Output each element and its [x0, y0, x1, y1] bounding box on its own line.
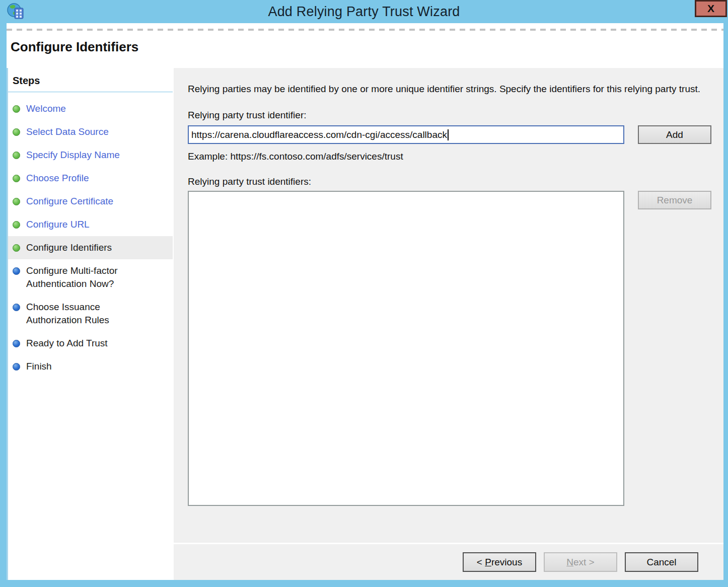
close-button[interactable]: X: [695, 0, 727, 17]
remove-button[interactable]: Remove: [638, 191, 711, 209]
step-status-icon: [13, 128, 20, 136]
step-item[interactable]: Select Data Source: [8, 120, 173, 143]
footer-bar: < Previous Next > Cancel: [174, 543, 723, 580]
example-text: Example: https://fs.contoso.com/adfs/ser…: [188, 151, 711, 162]
step-item[interactable]: Welcome: [8, 97, 173, 120]
content-panel: Relying parties may be identified by one…: [174, 68, 723, 543]
identifier-input-value: https://carena.cloudflareaccess.com/cdn-…: [191, 129, 447, 140]
step-item[interactable]: Specify Display Name: [8, 143, 173, 167]
step-label: Select Data Source: [26, 125, 109, 138]
step-label: Configure URL: [26, 218, 90, 231]
step-item: Choose Issuance Authorization Rules: [8, 296, 173, 332]
previous-button[interactable]: < Previous: [463, 552, 536, 572]
identifiers-list-label: Relying party trust identifiers:: [188, 176, 711, 187]
step-label: Welcome: [26, 102, 66, 115]
step-item[interactable]: Choose Profile: [8, 167, 173, 190]
step-label: Specify Display Name: [26, 149, 120, 162]
page-title: Configure Identifiers: [11, 39, 138, 55]
steps-list: Welcome Select Data Source Specify Displ…: [8, 93, 173, 378]
titlebar[interactable]: Add Relying Party Trust Wizard X: [0, 0, 728, 23]
cancel-button[interactable]: Cancel: [625, 552, 698, 572]
steps-heading: Steps: [8, 74, 173, 91]
identifier-input[interactable]: https://carena.cloudflareaccess.com/cdn-…: [188, 125, 624, 144]
step-status-icon: [13, 267, 20, 275]
step-status-icon: [13, 221, 20, 229]
page-description: Relying parties may be identified by one…: [188, 82, 709, 96]
step-status-icon: [13, 340, 20, 347]
identifiers-listbox[interactable]: [188, 191, 624, 506]
step-status-icon: [13, 175, 20, 182]
window-title: Add Relying Party Trust Wizard: [0, 4, 728, 20]
step-status-icon: [13, 363, 20, 371]
wizard-window: Add Relying Party Trust Wizard X Configu…: [0, 0, 728, 587]
dialog-body: Configure Identifiers Steps Welcome Sele…: [7, 23, 723, 580]
identifier-field-label: Relying party trust identifier:: [188, 110, 711, 121]
step-label: Configure Certificate: [26, 195, 113, 208]
step-item[interactable]: Configure Certificate: [8, 190, 173, 213]
step-item: Ready to Add Trust: [8, 332, 173, 355]
step-label: Ready to Add Trust: [26, 337, 108, 350]
step-label: Finish: [26, 360, 52, 373]
step-label: Choose Issuance Authorization Rules: [26, 301, 152, 327]
text-caret: [448, 129, 449, 140]
steps-sidebar: Steps Welcome Select Data Source Specify…: [7, 68, 173, 580]
step-status-icon: [13, 304, 20, 311]
step-item: Finish: [8, 355, 173, 378]
next-button[interactable]: Next >: [544, 552, 617, 572]
step-label: Configure Multi-factor Authentication No…: [26, 264, 152, 290]
step-label: Choose Profile: [26, 172, 89, 185]
step-status-icon: [13, 152, 20, 159]
add-button[interactable]: Add: [638, 125, 711, 144]
step-status-icon: [13, 244, 20, 252]
step-label: Configure Identifiers: [26, 241, 112, 254]
step-status-icon: [13, 105, 20, 113]
step-item: Configure Multi-factor Authentication No…: [8, 259, 173, 296]
step-status-icon: [13, 198, 20, 205]
adfs-wizard-icon: [6, 2, 25, 21]
step-item: Configure Identifiers: [8, 236, 173, 259]
page-header: Configure Identifiers: [7, 23, 723, 68]
step-item[interactable]: Configure URL: [8, 213, 173, 236]
